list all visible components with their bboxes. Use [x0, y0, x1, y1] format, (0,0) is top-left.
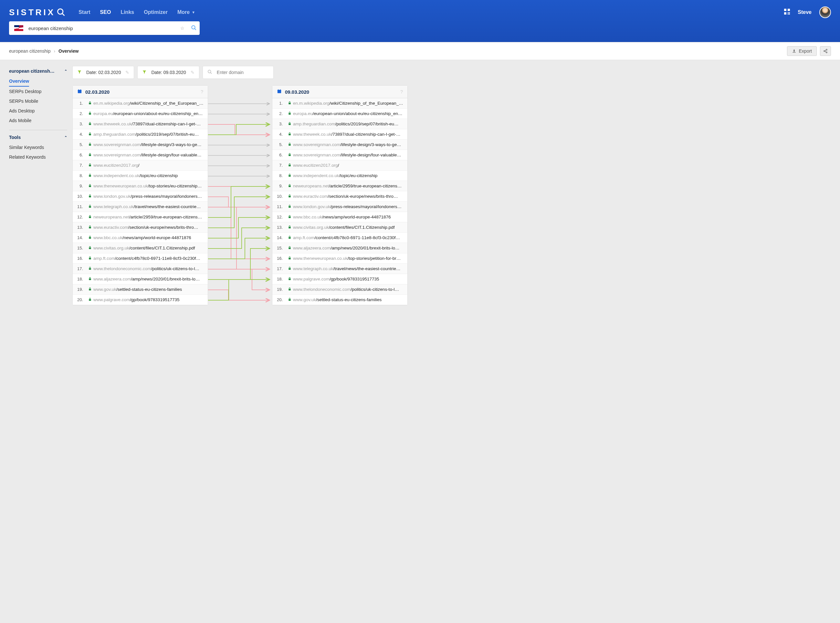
serp-row[interactable]: 9. neweuropeans.net/article/2959/true-eu… — [272, 181, 408, 191]
sidebar-item-ads-desktop[interactable]: Ads Desktop — [9, 106, 67, 116]
sidebar-item-serps-mobile[interactable]: SERPs Mobile — [9, 96, 67, 106]
filter-date-1[interactable]: Date: 02.03.2020 ✎ — [72, 66, 134, 79]
serp-row[interactable]: 15. www.civitas.org.uk/content/files/CIT… — [73, 243, 208, 253]
serp-row[interactable]: 12. neweuropeans.net/article/2959/true-e… — [73, 212, 208, 222]
logo-text: SISTRIX — [9, 8, 55, 17]
serp-row[interactable]: 4. www.theweek.co.uk/73897/dual-citizens… — [272, 129, 408, 140]
help-icon[interactable]: ? — [201, 89, 203, 94]
panel-right-date: 09.03.2020 — [285, 89, 309, 95]
svg-rect-41 — [89, 299, 91, 301]
rank-number: 14. — [272, 235, 286, 240]
serp-row[interactable]: 6. www.sovereignman.com/lifestyle-design… — [73, 150, 208, 160]
breadcrumb-item[interactable]: european citizenship — [9, 49, 51, 54]
serp-row[interactable]: 16. amp.ft.com/content/c4fb78c0-6971-11e… — [73, 253, 208, 264]
serp-row[interactable]: 2. europa.eu/european-union/about-eu/eu-… — [73, 109, 208, 119]
svg-point-16 — [208, 70, 211, 73]
serp-row[interactable]: 10. www.euractiv.com/section/uk-europe/n… — [272, 191, 408, 202]
serp-row[interactable]: 18. www.aljazeera.com/amp/news/2020/01/b… — [73, 274, 208, 284]
svg-rect-52 — [288, 165, 290, 166]
serp-row[interactable]: 7. www.eucitizen2017.org/ — [272, 160, 408, 170]
serp-row[interactable]: 11. www.london.gov.uk/press-releases/may… — [272, 202, 408, 212]
search-input[interactable] — [28, 26, 176, 31]
sidebar-item-serps-desktop[interactable]: SERPs Desktop — [9, 87, 67, 96]
serp-url: www.sovereignman.com/lifestyle-design/fo… — [293, 152, 408, 157]
serp-row[interactable]: 4. amp.theguardian.com/politics/2019/sep… — [73, 129, 208, 140]
rank-number: 10. — [73, 194, 86, 199]
sidebar-section-keyword[interactable]: european citizensh… ⌃ — [9, 66, 67, 76]
avatar[interactable] — [819, 6, 831, 18]
sidebar-item-overview[interactable]: Overview — [9, 76, 29, 87]
nav-link-more[interactable]: More ▼ — [177, 9, 195, 15]
serp-row[interactable]: 1. en.m.wikipedia.org/wiki/Citizenship_o… — [272, 98, 408, 109]
serp-url: www.civitas.org.uk/content/files/CIT.1.C… — [293, 225, 408, 230]
username[interactable]: Steve — [798, 9, 812, 15]
serp-row[interactable]: 17. www.thelondoneconomic.com/politics/u… — [73, 264, 208, 274]
serp-row[interactable]: 20. www.gov.uk/settled-status-eu-citizen… — [272, 295, 408, 305]
lock-icon — [286, 215, 293, 219]
export-button[interactable]: Export — [787, 46, 817, 56]
apps-icon[interactable] — [784, 9, 790, 16]
serp-row[interactable]: 15. www.aljazeera.com/amp/news/2020/01/b… — [272, 243, 408, 253]
favorite-button[interactable]: ☆ — [176, 26, 188, 31]
edit-icon[interactable]: ✎ — [125, 70, 129, 75]
rank-number: 3. — [272, 121, 286, 126]
svg-rect-51 — [288, 155, 290, 156]
serp-row[interactable]: 16. www.theneweuropean.co.uk/top-stories… — [272, 253, 408, 264]
serp-row[interactable]: 5. www.sovereignman.com/lifestyle-design… — [73, 140, 208, 150]
lock-icon — [286, 194, 293, 199]
svg-rect-34 — [89, 227, 91, 229]
help-icon[interactable]: ? — [400, 89, 403, 94]
serp-compare: 02.03.2020 ? 1. en.m.wikipedia.org/wiki/… — [72, 85, 835, 305]
svg-rect-63 — [288, 279, 290, 280]
svg-rect-46 — [288, 103, 290, 104]
serp-row[interactable]: 5. www.sovereignman.com/lifestyle-design… — [272, 140, 408, 150]
edit-icon[interactable]: ✎ — [191, 70, 195, 75]
logo[interactable]: SISTRIX — [9, 8, 66, 17]
serp-row[interactable]: 13. www.euractiv.com/section/uk-europe/n… — [73, 222, 208, 233]
search-button[interactable] — [188, 25, 200, 32]
serp-url: www.telegraph.co.uk/travel/news/the-easi… — [293, 266, 408, 271]
sidebar-section-tools[interactable]: Tools ⌃ — [9, 132, 67, 143]
nav-link-seo[interactable]: SEO — [100, 9, 111, 15]
svg-rect-64 — [288, 289, 290, 290]
rank-number: 4. — [73, 132, 86, 137]
nav-link-optimizer[interactable]: Optimizer — [144, 9, 168, 15]
svg-rect-35 — [89, 237, 91, 239]
serp-row[interactable]: 3. amp.theguardian.com/politics/2019/sep… — [272, 119, 408, 129]
serp-row[interactable]: 1. en.m.wikipedia.org/wiki/Citizenship_o… — [73, 98, 208, 109]
svg-rect-7 — [788, 14, 789, 15]
serp-row[interactable]: 17. www.telegraph.co.uk/travel/news/the-… — [272, 264, 408, 274]
serp-url: amp.ft.com/content/c4fb78c0-6971-11e8-8c… — [293, 235, 408, 240]
sidebar-item-related-keywords[interactable]: Related Keywords — [9, 152, 67, 162]
serp-row[interactable]: 12. www.bbc.co.uk/news/amp/world-europe-… — [272, 212, 408, 222]
serp-row[interactable]: 7. www.eucitizen2017.org/ — [73, 160, 208, 170]
serp-row[interactable]: 19. www.gov.uk/settled-status-eu-citizen… — [73, 284, 208, 295]
serp-row[interactable]: 2. europa.eu/european-union/about-eu/eu-… — [272, 109, 408, 119]
sidebar-item-similar-keywords[interactable]: Similar Keywords — [9, 143, 67, 152]
flag-uk-icon[interactable] — [14, 25, 23, 31]
serp-row[interactable]: 20. www.palgrave.com/gp/book/97833195177… — [73, 295, 208, 305]
serp-row[interactable]: 19. www.thelondoneconomic.com/politics/u… — [272, 284, 408, 295]
serp-row[interactable]: 9. www.theneweuropean.co.uk/top-stories/… — [73, 181, 208, 191]
serp-url: www.theneweuropean.co.uk/top-stories/eu-… — [94, 184, 208, 189]
serp-row[interactable]: 8. www.independent.co.uk/topic/eu-citize… — [73, 170, 208, 181]
svg-rect-8 — [789, 14, 790, 15]
serp-row[interactable]: 14. www.bbc.co.uk/news/amp/world-europe-… — [73, 233, 208, 243]
serp-row[interactable]: 13. www.civitas.org.uk/content/files/CIT… — [272, 222, 408, 233]
filter-date-2[interactable]: Date: 09.03.2020 ✎ — [137, 66, 199, 79]
serp-row[interactable]: 3. www.theweek.co.uk/73897/dual-citizens… — [73, 119, 208, 129]
nav-link-start[interactable]: Start — [78, 9, 90, 15]
serp-row[interactable]: 11. www.telegraph.co.uk/travel/news/the-… — [73, 202, 208, 212]
lock-icon — [286, 184, 293, 189]
serp-row[interactable]: 18. www.palgrave.com/gp/book/97833195177… — [272, 274, 408, 284]
sidebar-item-ads-mobile[interactable]: Ads Mobile — [9, 116, 67, 125]
serp-row[interactable]: 8. www.independent.co.uk/topic/eu-citize… — [272, 170, 408, 181]
serp-row[interactable]: 14. amp.ft.com/content/c4fb78c0-6971-11e… — [272, 233, 408, 243]
serp-row[interactable]: 10. www.london.gov.uk/press-releases/may… — [73, 191, 208, 202]
nav-link-links[interactable]: Links — [121, 9, 134, 15]
share-button[interactable] — [820, 46, 831, 56]
lock-icon — [86, 153, 94, 157]
svg-rect-49 — [288, 134, 290, 135]
serp-row[interactable]: 6. www.sovereignman.com/lifestyle-design… — [272, 150, 408, 160]
domain-input[interactable] — [217, 70, 273, 75]
